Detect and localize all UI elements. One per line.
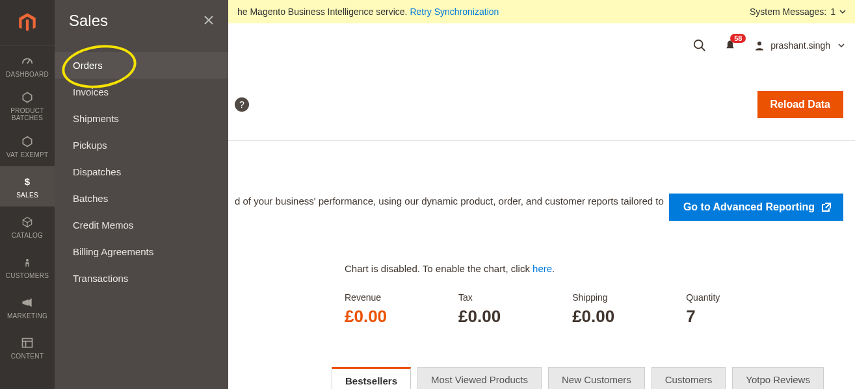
svg-line-0	[27, 60, 30, 64]
help-icon[interactable]: ?	[235, 97, 249, 112]
sysbar-right[interactable]: System Messages: 1	[750, 6, 846, 17]
flyout-item-transactions[interactable]: Transactions	[55, 265, 228, 292]
metric-value: £0.00	[572, 307, 614, 327]
chart-disabled-msg: Chart is disabled. To enable the chart, …	[345, 263, 796, 274]
close-icon[interactable]	[204, 14, 214, 29]
notifications-bell[interactable]: 58	[724, 39, 737, 52]
dashboard-stats: Chart is disabled. To enable the chart, …	[345, 263, 796, 327]
rail-item-dashboard[interactable]: DASHBOARD	[0, 45, 55, 86]
tab-yotpo-reviews[interactable]: Yotpo Reviews	[732, 367, 824, 389]
adv-reporting-label: Go to Advanced Reporting	[683, 201, 815, 213]
flyout-item-invoices[interactable]: Invoices	[55, 79, 228, 105]
notif-count-badge: 58	[730, 34, 746, 43]
sysbar-text: he Magento Business Intelligence service…	[237, 6, 410, 17]
metric-revenue: Revenue£0.00	[345, 292, 387, 327]
tab-new-customers[interactable]: New Customers	[548, 367, 645, 389]
hex-icon	[20, 134, 34, 149]
metric-shipping: Shipping£0.00	[572, 292, 614, 327]
metric-tax: Tax£0.00	[458, 292, 501, 327]
flyout-item-batches[interactable]: Batches	[55, 185, 228, 212]
flyout-item-pickups[interactable]: Pickups	[55, 132, 228, 158]
username: prashant.singh	[770, 40, 830, 51]
rail-item-marketing[interactable]: MARKETING	[0, 287, 55, 327]
svg-point-6	[694, 40, 703, 49]
rail-item-label: SALES	[16, 192, 38, 199]
magento-logo-icon	[16, 12, 38, 34]
tab-most-viewed-products[interactable]: Most Viewed Products	[417, 367, 542, 389]
rail-item-vat-exempt[interactable]: VAT EXEMPT	[0, 126, 55, 166]
svg-line-7	[702, 47, 705, 51]
rail-item-label: CONTENT	[11, 353, 44, 360]
rail-item-label: CUSTOMERS	[6, 272, 49, 279]
metric-value: 7	[686, 307, 720, 327]
svg-text:$: $	[25, 176, 31, 187]
rail-item-sales[interactable]: $SALES	[0, 166, 55, 207]
flyout-item-billing-agreements[interactable]: Billing Agreements	[55, 238, 228, 265]
external-link-icon	[821, 202, 832, 212]
metric-value: £0.00	[345, 307, 387, 327]
rail-item-customers[interactable]: CUSTOMERS	[0, 247, 55, 287]
flyout-item-shipments[interactable]: Shipments	[55, 105, 228, 132]
magento-logo[interactable]	[0, 0, 55, 45]
metric-label: Quantity	[686, 292, 720, 303]
dashboard-tabs: BestsellersMost Viewed ProductsNew Custo…	[332, 367, 824, 389]
rail-item-catalog[interactable]: CATALOG	[0, 207, 55, 247]
flyout-item-orders[interactable]: Orders	[55, 52, 228, 79]
enable-chart-link[interactable]: here	[533, 263, 552, 274]
hex-icon	[20, 90, 34, 105]
advanced-reporting-button[interactable]: Go to Advanced Reporting	[669, 194, 843, 221]
flyout-item-dispatches[interactable]: Dispatches	[55, 158, 228, 185]
rail-item-product-batches[interactable]: PRODUCT BATCHES	[0, 86, 55, 126]
rail-item-content[interactable]: CONTENT	[0, 327, 55, 368]
retry-sync-link[interactable]: Retry Synchronization	[410, 6, 499, 17]
rail-item-label: DASHBOARD	[6, 71, 49, 78]
flyout-menu: OrdersInvoicesShipmentsPickupsDispatches…	[55, 52, 228, 292]
rail-item-label: MARKETING	[7, 312, 47, 320]
layout-icon	[20, 336, 34, 350]
rail-item-label: VAT EXEMPT	[7, 151, 49, 158]
promo-text: d of your business' performance, using o…	[235, 194, 664, 209]
flyout-title: Sales	[69, 12, 108, 30]
metric-label: Tax	[458, 292, 501, 303]
cube-icon	[20, 215, 34, 229]
system-messages-bar: he Magento Business Intelligence service…	[228, 0, 855, 23]
sales-flyout: Sales OrdersInvoicesShipmentsPickupsDisp…	[55, 0, 228, 389]
dollar-icon: $	[20, 175, 34, 189]
tab-customers[interactable]: Customers	[651, 367, 726, 389]
caret-down-icon	[839, 6, 846, 17]
reporting-promo: d of your business' performance, using o…	[228, 194, 855, 221]
caret-down-icon	[838, 40, 845, 51]
reload-data-button[interactable]: Reload Data	[757, 91, 843, 118]
metric-quantity: Quantity7	[686, 292, 720, 327]
metric-value: £0.00	[458, 307, 501, 327]
chartmsg-post: .	[552, 263, 555, 274]
page-titlebar: ? Reload Data	[228, 91, 855, 141]
svg-rect-3	[23, 338, 33, 347]
sysbar-count: 1	[830, 6, 835, 17]
svg-point-8	[757, 42, 761, 45]
search-icon[interactable]	[692, 38, 707, 53]
rail-item-label: CATALOG	[12, 232, 43, 239]
metric-label: Shipping	[572, 292, 614, 303]
tab-bestsellers[interactable]: Bestsellers	[332, 367, 411, 389]
flyout-item-credit-memos[interactable]: Credit Memos	[55, 212, 228, 238]
person-icon	[20, 255, 34, 270]
sysbar-right-label: System Messages:	[750, 6, 826, 17]
rail-item-label: PRODUCT BATCHES	[0, 107, 55, 121]
tachometer-icon	[20, 54, 34, 68]
svg-point-2	[26, 258, 29, 261]
metric-label: Revenue	[345, 292, 387, 303]
admin-header: 58 prashant.singh	[228, 23, 855, 68]
chartmsg-pre: Chart is disabled. To enable the chart, …	[345, 263, 533, 274]
megaphone-icon	[20, 295, 34, 310]
account-menu[interactable]: prashant.singh	[754, 40, 845, 51]
person-icon	[754, 40, 765, 51]
admin-rail: DASHBOARDPRODUCT BATCHESVAT EXEMPT$SALES…	[0, 0, 55, 389]
